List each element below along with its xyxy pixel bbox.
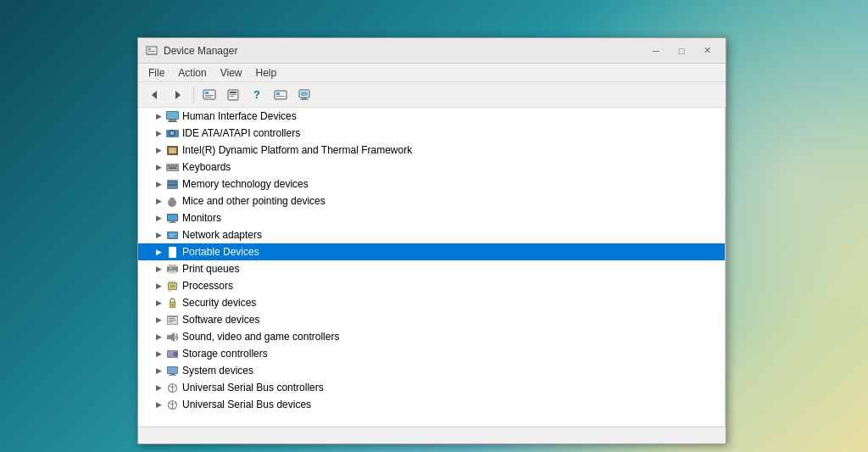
svg-marker-5 xyxy=(175,91,181,99)
expand-arrow-security[interactable]: ▶ xyxy=(152,296,165,310)
device-manager-button[interactable] xyxy=(293,85,315,105)
expand-arrow-software[interactable]: ▶ xyxy=(152,313,165,326)
storage-icon xyxy=(165,347,179,360)
tree-item-processors[interactable]: ▶ Processors xyxy=(138,277,725,294)
software-icon xyxy=(165,313,179,326)
svg-rect-7 xyxy=(205,92,209,94)
tree-item-sound[interactable]: ▶ Sound, video and game controllers xyxy=(138,328,725,345)
expand-arrow-keyboards[interactable]: ▶ xyxy=(152,160,165,174)
menu-help[interactable]: Help xyxy=(249,65,284,81)
expand-arrow-usb-controllers[interactable]: ▶ xyxy=(152,381,165,394)
security-icon xyxy=(165,296,179,310)
window-icon xyxy=(145,44,159,58)
expand-arrow-processors[interactable]: ▶ xyxy=(152,279,165,293)
tree-item-usb-devices[interactable]: ▶ Universal Serial Bus devices xyxy=(138,396,725,413)
tree-item-portable[interactable]: ▶ Portable Devices xyxy=(138,243,725,260)
tree-item-keyboards[interactable]: ▶ Keyboards xyxy=(138,159,725,176)
monitors-label: Monitors xyxy=(182,212,221,224)
tree-item-ide[interactable]: ▶ IDE ATA/ATAPI controllers xyxy=(138,125,725,142)
properties-button[interactable] xyxy=(198,85,220,105)
tree-item-memory[interactable]: ▶ Memory technology devices xyxy=(138,176,725,193)
svg-point-75 xyxy=(171,304,173,305)
ide-icon xyxy=(165,126,179,140)
svg-rect-6 xyxy=(203,90,215,99)
usb-devices-label: Universal Serial Bus devices xyxy=(182,399,311,410)
back-button[interactable] xyxy=(143,85,165,105)
menu-view[interactable]: View xyxy=(214,65,249,81)
tree-item-intel[interactable]: ▶ Intel(R) Dynamic Platform and Thermal … xyxy=(138,142,725,159)
tree-item-hid[interactable]: ▶ Human Interface Devices xyxy=(138,108,725,125)
hid-label: Human Interface Devices xyxy=(182,110,297,122)
minimize-button[interactable]: ─ xyxy=(644,42,668,59)
toolbar-separator-1 xyxy=(193,86,194,103)
svg-rect-38 xyxy=(173,165,175,167)
svg-rect-20 xyxy=(300,99,309,100)
svg-rect-15 xyxy=(276,92,280,95)
maximize-button[interactable]: □ xyxy=(670,42,693,59)
device-tree[interactable]: ▶ Human Interface Devices ▶ IDE ATA/ATAP… xyxy=(138,108,726,427)
window-title: Device Manager xyxy=(164,45,644,57)
svg-rect-1 xyxy=(148,48,151,50)
tree-item-network[interactable]: ▶ Network adapters xyxy=(138,226,725,243)
expand-arrow-mice[interactable]: ▶ xyxy=(152,194,165,208)
svg-rect-16 xyxy=(276,96,285,97)
forward-button[interactable] xyxy=(167,85,189,105)
system-icon xyxy=(165,364,179,377)
expand-arrow-monitors[interactable]: ▶ xyxy=(152,211,165,225)
svg-rect-43 xyxy=(168,184,177,186)
network-label: Network adapters xyxy=(182,229,262,241)
monitors-icon xyxy=(165,211,179,225)
expand-arrow-intel[interactable]: ▶ xyxy=(152,143,165,157)
menu-action[interactable]: Action xyxy=(171,65,213,81)
svg-rect-68 xyxy=(170,285,175,287)
keyboards-icon xyxy=(165,160,179,174)
network-icon xyxy=(165,228,179,242)
tree-item-storage[interactable]: ▶ Storage controllers xyxy=(138,345,725,362)
svg-rect-62 xyxy=(169,265,176,267)
expand-arrow-ide[interactable]: ▶ xyxy=(152,126,165,140)
scan-button[interactable] xyxy=(270,85,292,105)
menu-file[interactable]: File xyxy=(142,65,171,81)
expand-arrow-system[interactable]: ▶ xyxy=(152,364,165,377)
print-label: Print queues xyxy=(182,263,239,275)
svg-rect-88 xyxy=(168,367,177,373)
svg-rect-9 xyxy=(205,97,211,98)
update-driver-button[interactable] xyxy=(222,85,244,105)
expand-arrow-storage[interactable]: ▶ xyxy=(152,347,165,360)
svg-rect-39 xyxy=(175,165,177,167)
content-area: ▶ Human Interface Devices ▶ IDE ATA/ATAP… xyxy=(138,108,726,427)
svg-rect-37 xyxy=(170,165,172,167)
close-button[interactable]: ✕ xyxy=(695,42,719,59)
expand-arrow-print[interactable]: ▶ xyxy=(152,262,165,276)
tree-item-print[interactable]: ▶ Print queues xyxy=(138,260,725,277)
portable-icon xyxy=(165,245,179,259)
tree-item-system[interactable]: ▶ System devices xyxy=(138,362,725,379)
expand-arrow-usb-devices[interactable]: ▶ xyxy=(152,398,165,411)
expand-arrow-network[interactable]: ▶ xyxy=(152,228,165,242)
help-button[interactable]: ? xyxy=(246,85,268,105)
expand-arrow-sound[interactable]: ▶ xyxy=(152,330,165,343)
tree-item-mice[interactable]: ▶ Mice and other pointing devices xyxy=(138,193,725,209)
svg-rect-44 xyxy=(169,182,170,183)
tree-item-monitors[interactable]: ▶ Monitors xyxy=(138,209,725,226)
svg-rect-24 xyxy=(168,121,177,122)
tree-item-security[interactable]: ▶ Security devices xyxy=(138,294,725,311)
device-manager-window: Device Manager ─ □ ✕ File Action View He… xyxy=(137,37,726,444)
svg-rect-19 xyxy=(302,98,307,99)
expand-arrow-portable[interactable]: ▶ xyxy=(152,245,165,259)
expand-arrow-hid[interactable]: ▶ xyxy=(152,109,165,123)
tree-item-software[interactable]: ▶ Software devices xyxy=(138,311,725,328)
expand-arrow-memory[interactable]: ▶ xyxy=(152,177,165,191)
keyboards-label: Keyboards xyxy=(182,161,231,173)
processors-label: Processors xyxy=(182,280,233,292)
svg-rect-55 xyxy=(168,232,177,238)
svg-rect-57 xyxy=(170,236,174,237)
svg-rect-89 xyxy=(170,374,175,375)
tree-item-usb-controllers[interactable]: ▶ Universal Serial Bus controllers xyxy=(138,379,725,396)
svg-rect-79 xyxy=(169,320,176,321)
title-bar: Device Manager ─ □ ✕ xyxy=(138,38,726,64)
memory-label: Memory technology devices xyxy=(182,178,309,190)
svg-rect-46 xyxy=(174,182,175,183)
svg-rect-40 xyxy=(169,167,176,169)
sound-icon xyxy=(165,330,179,343)
